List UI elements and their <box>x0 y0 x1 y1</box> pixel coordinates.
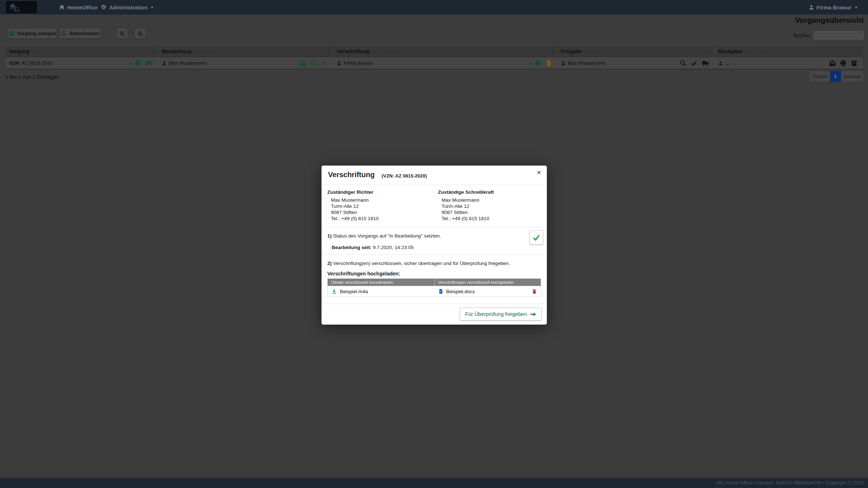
envelope-icon[interactable] <box>299 60 306 67</box>
caret-down-icon: ▾ <box>855 5 857 10</box>
schreibkraft-name: Max Mustermann <box>442 197 479 203</box>
column-sublabel: (Gericht) <box>744 48 764 54</box>
user-menu[interactable]: Firma Brawur ▾ <box>809 0 857 14</box>
create-vorgang-button[interactable]: Vorgang anlegen <box>8 28 57 39</box>
nav-homeoffice[interactable]: HomeOffice <box>59 0 98 14</box>
laptop-icon[interactable] <box>310 60 318 67</box>
sort-icon[interactable]: ↑↓ <box>551 49 554 54</box>
file-icon[interactable] <box>545 60 552 67</box>
schreibkraft-heading: Zuständige Schreibkraft <box>438 189 494 195</box>
column-header-verschriftung[interactable]: Verschriftung (Schreibkraft) ↑↓ <box>333 46 557 57</box>
refresh-button[interactable]: Aktualisieren <box>60 28 101 39</box>
schreibkraft-phone: Tel.: +49 (0) 815 1810 <box>442 216 489 221</box>
step1-since: Bearbeitung seit: 9.7.2020, 14:23:05 <box>332 245 414 250</box>
print-icon[interactable] <box>535 60 541 67</box>
vorgang-table: Vorgang (Gericht) ↑↓ Bearbeitung (Richte… <box>5 45 863 69</box>
refresh-icon <box>61 31 67 36</box>
entries-info: 1 bis 1 von 1 Einträgen <box>5 74 59 80</box>
rueckgabe-user: … <box>725 60 730 66</box>
check-icon[interactable] <box>690 60 698 67</box>
column-header-freigabe[interactable]: Freigabe (Richter) ↑↓ <box>557 46 714 57</box>
column-label: Bearbeitung <box>162 48 192 54</box>
envelope-icon[interactable] <box>829 60 836 67</box>
app-logo[interactable] <box>6 1 37 13</box>
top-navbar: HomeOffice Administration ▾ Firma Brawur… <box>0 0 868 14</box>
search-icon[interactable] <box>680 60 686 67</box>
uploads-table: Diktate verschlüsselt herunterladen Vers… <box>327 278 541 297</box>
uploads-header-row: Diktate verschlüsselt herunterladen Vers… <box>328 279 541 286</box>
modal-subtitle: (VZN: AZ 0815-2020) <box>382 173 427 179</box>
step2-number: 2) <box>327 261 332 266</box>
column-header-vorgang[interactable]: Vorgang (Gericht) ↑↓ <box>5 46 158 57</box>
sort-icon[interactable]: ↑↓ <box>709 49 711 54</box>
table-row[interactable]: VZN: AZ 0815-2020 Max Mustermann Firma <box>5 57 863 69</box>
nav-administration[interactable]: Administration ▾ <box>101 0 153 14</box>
richter-heading: Zuständiger Richter <box>327 189 374 195</box>
download-icon[interactable] <box>331 288 337 294</box>
freigabe-cell: Max Mustermann <box>557 57 714 69</box>
submit-button[interactable]: Für Überprüfung freigeben <box>460 308 542 321</box>
uploads-col-download: Diktate verschlüsselt herunterladen <box>328 279 434 286</box>
column-sublabel: (Richter) <box>193 48 213 54</box>
verschriftung-user: Firma Brawur <box>344 60 373 66</box>
column-label: Freigabe <box>561 48 582 54</box>
column-sublabel: (Richter) <box>584 48 603 54</box>
archive-icon[interactable] <box>851 60 858 67</box>
contacts-section: Zuständiger Richter Max Mustermann Turm-… <box>322 185 547 227</box>
verschriftung-dialog: Verschriftung (VZN: AZ 0815-2020) × Zust… <box>322 166 547 325</box>
print-icon[interactable] <box>135 60 141 67</box>
truck-icon[interactable] <box>702 60 709 67</box>
download-file-name[interactable]: Beispiel.m4a <box>340 289 368 294</box>
column-header-bearbeitung[interactable]: Bearbeitung (Richter) ↑↓ <box>158 46 333 57</box>
refresh-label: Aktualisieren <box>69 31 100 36</box>
step1-number: 1) <box>327 233 332 239</box>
nav-administration-label: Administration <box>109 4 148 10</box>
create-vorgang-label: Vorgang anlegen <box>17 31 56 36</box>
pagination-prev-button[interactable]: Zurück <box>809 71 830 82</box>
search-label: Suchen <box>793 33 810 38</box>
column-label: Vorgang <box>9 48 29 54</box>
home-icon <box>59 4 65 10</box>
sort-icon[interactable]: ↑↓ <box>857 49 860 54</box>
sort-icon[interactable]: ↑↓ <box>327 49 330 54</box>
bearbeitung-cell: Max Mustermann <box>158 57 333 69</box>
person-icon <box>162 61 167 65</box>
modal-header: Verschriftung (VZN: AZ 0815-2020) × <box>322 166 547 185</box>
zoom-in-button[interactable] <box>116 28 128 39</box>
person-icon <box>809 5 814 10</box>
status-check-button[interactable] <box>529 230 543 245</box>
since-value: 9.7.2020, 14:23:05 <box>373 245 414 250</box>
column-header-rueckgabe[interactable]: Rückgabe (Gericht) ↑↓ <box>714 46 863 57</box>
trash-icon[interactable] <box>532 288 537 294</box>
freigabe-user: Max Mustermann <box>568 60 605 66</box>
modal-title: Verschriftung <box>328 171 375 179</box>
truck-icon[interactable] <box>145 60 153 67</box>
person-icon <box>718 61 723 65</box>
sort-icon[interactable]: ↑↓ <box>152 49 155 54</box>
microphone-icon[interactable] <box>322 60 328 67</box>
modal-footer: Für Überprüfung freigeben <box>322 304 547 325</box>
pagination-next-button[interactable]: Nächste <box>841 71 864 82</box>
search-area: Suchen <box>793 31 864 39</box>
search-input[interactable] <box>814 31 864 39</box>
plus-circle-icon <box>9 31 14 37</box>
logo-laptop-icon <box>14 6 20 12</box>
zoom-out-button[interactable] <box>135 28 146 39</box>
print-icon[interactable] <box>840 60 847 67</box>
richter-name: Max Mustermann <box>331 197 369 203</box>
uploads-file-row: Beispiel.m4a Beispiel.docx <box>328 286 541 297</box>
schreibkraft-city: 9087 Stiften <box>442 210 468 215</box>
column-sublabel: (Gericht) <box>31 48 51 54</box>
bearbeitung-user: Max Mustermann <box>169 60 207 66</box>
column-label: Verschriftung <box>337 48 369 54</box>
uploads-heading: Verschriftungen hochgeladen: <box>327 271 400 277</box>
column-sublabel: (Schreibkraft) <box>371 48 401 54</box>
step1-label: Status des Vorgangs auf "in Bearbeitung"… <box>333 233 441 239</box>
step2-label: Verschriftung(en) verschlüsseln, sicher … <box>333 261 510 266</box>
zoom-out-icon <box>137 31 143 37</box>
close-icon[interactable]: × <box>537 168 541 177</box>
person-icon <box>561 61 566 65</box>
pagination-current-page[interactable]: 1 <box>830 71 841 82</box>
richter-street: Turm-Alle 12 <box>331 204 359 209</box>
submit-label: Für Überprüfung freigeben <box>465 311 527 317</box>
